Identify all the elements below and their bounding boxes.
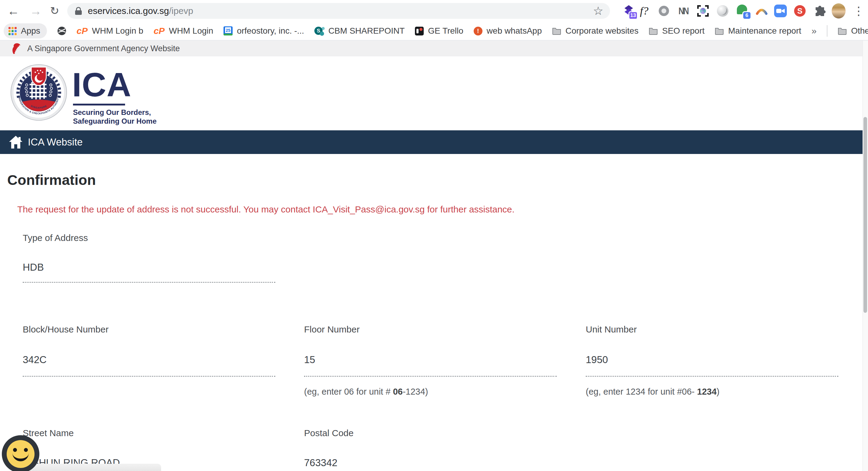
field-label: Postal Code — [304, 428, 353, 438]
extension-sphere-icon[interactable] — [716, 4, 730, 18]
extension-badge: 13 — [628, 11, 638, 20]
ica-wordmark-underline — [73, 104, 125, 106]
folder-icon — [715, 27, 724, 35]
folder-icon — [649, 27, 658, 35]
extension-fonts-icon[interactable]: f? — [637, 4, 651, 18]
folder-icon — [838, 27, 847, 35]
gov-banner-text: A Singapore Government Agency Website — [27, 44, 180, 53]
bookmark-cbm-sharepoint[interactable]: S CBM SHAREPOINT — [314, 26, 405, 36]
extension-ring-icon[interactable] — [657, 4, 671, 18]
bookmark-label: web whatsApp — [487, 26, 542, 36]
field-helper-text: (eg, enter 06 for unit # 06-1234) — [304, 387, 428, 397]
bookmark-label: WHM Login b — [92, 26, 144, 36]
browser-window: ← → ↻ eservices.ica.gov.sg/ipevp ☆ 13 f?… — [0, 0, 868, 471]
apps-button[interactable]: Apps — [4, 23, 47, 38]
bookmark-whm-login[interactable]: cP WHM Login — [154, 26, 213, 36]
bookmark-orfeostory[interactable]: 25 orfeostory, inc. -... — [223, 26, 304, 36]
profile-avatar[interactable] — [832, 4, 845, 18]
field-unit-number: Unit Number 1950 (eg, enter 1234 for uni… — [586, 324, 838, 394]
extension-boomerang-icon[interactable] — [755, 4, 769, 18]
field-label: Block/House Number — [23, 324, 108, 334]
ica-tagline-line2: Safeguarding Our Home — [73, 117, 157, 125]
bookmarks-bar: Apps cP WHM Login b cP WHM Login 25 orfe… — [0, 22, 868, 40]
bookmark-ge-trello[interactable]: GE Trello — [415, 26, 463, 36]
url-text: eservices.ica.gov.sg/ipevp — [88, 6, 193, 16]
cpanel-icon: cP — [76, 26, 88, 36]
other-bookmarks-button[interactable]: Other Bookmarks — [838, 26, 868, 36]
bookmark-label: Corporate websites — [565, 26, 639, 36]
cpanel-icon: cP — [154, 26, 165, 36]
bookmark-label: Other Bookmarks — [851, 26, 868, 36]
extension-zoom-icon[interactable] — [774, 4, 787, 18]
bookmark-star-icon[interactable]: ☆ — [593, 4, 603, 18]
field-underline — [586, 376, 838, 377]
bookmark-label: Maintenance report — [728, 26, 801, 36]
folder-icon — [552, 27, 561, 35]
forward-button[interactable]: → — [27, 0, 44, 22]
extension-screenshot-icon[interactable] — [696, 4, 710, 18]
bookmark-label: WHM Login — [169, 26, 213, 36]
bookmark-folder-corporate-websites[interactable]: Corporate websites — [552, 26, 639, 36]
bookmark-folder-seo-report[interactable]: SEO report — [649, 26, 705, 36]
browser-toolbar: ← → ↻ eservices.ica.gov.sg/ipevp ☆ 13 f?… — [0, 0, 868, 22]
field-underline — [23, 282, 275, 283]
globe-icon — [57, 26, 66, 35]
address-bar[interactable]: eservices.ica.gov.sg/ipevp ☆ — [67, 3, 610, 19]
ica-seal-logo: IMMIGRATION & CHECKPOINTS AUTHORITY SING… — [10, 64, 67, 121]
extension-chat-icon[interactable]: 6 — [735, 4, 749, 18]
field-value: HDB — [23, 262, 44, 273]
apps-grid-icon — [8, 27, 17, 35]
chat-widget-button[interactable] — [2, 435, 39, 471]
calendar-icon: 25 — [223, 26, 232, 35]
field-label: Unit Number — [586, 324, 637, 334]
field-label: Type of Address — [23, 233, 88, 243]
field-postal-code: Postal Code 763342 — [304, 428, 557, 471]
url-host: eservices.ica.gov.sg — [88, 6, 169, 16]
field-type-of-address: Type of Address HDB — [23, 233, 275, 287]
bookmarks-overflow-chevron[interactable]: » — [812, 26, 817, 36]
field-floor-number: Floor Number 15 (eg, enter 06 for unit #… — [304, 324, 557, 394]
extension-nn-icon[interactable]: NN — [678, 4, 689, 18]
field-label: Street Name — [23, 428, 73, 438]
bookmark-label: CBM SHAREPOINT — [328, 26, 405, 36]
browser-menu-button[interactable]: ⋮ — [851, 4, 866, 18]
field-value: 342C — [23, 354, 46, 365]
scrollbar-thumb[interactable] — [864, 117, 867, 313]
page-title: Confirmation — [7, 172, 96, 188]
bookmarks-divider — [827, 25, 828, 37]
field-value: 1950 — [586, 354, 608, 365]
smiley-face-icon — [7, 440, 34, 468]
lion-head-icon — [11, 42, 22, 55]
field-underline — [23, 376, 275, 377]
field-label: Floor Number — [304, 324, 360, 334]
apps-label: Apps — [21, 26, 40, 36]
error-message: The request for the update of address is… — [17, 204, 515, 214]
boomerang-icon — [755, 4, 768, 17]
field-underline — [304, 376, 557, 377]
extension-s-icon[interactable]: S — [793, 4, 807, 18]
bookmark-globe[interactable] — [57, 26, 66, 35]
field-block-house-number: Block/House Number 342C — [23, 324, 275, 394]
bookmark-folder-maintenance-report[interactable]: Maintenance report — [715, 26, 801, 36]
puzzle-icon — [814, 5, 826, 17]
back-button[interactable]: ← — [5, 0, 22, 22]
lock-icon — [75, 7, 82, 15]
bookmark-label: SEO report — [662, 26, 705, 36]
extension-tabs-icon[interactable]: 13 — [621, 4, 636, 18]
ica-tagline-line1: Securing Our Borders, — [73, 108, 157, 117]
home-icon[interactable] — [8, 135, 23, 149]
ica-tagline: Securing Our Borders, Safeguarding Our H… — [73, 108, 157, 125]
bookmark-label: orfeostory, inc. -... — [237, 26, 304, 36]
ica-website-navbar: ICA Website — [0, 130, 863, 154]
bookmark-whm-login-b[interactable]: cP WHM Login b — [76, 26, 143, 36]
extensions-puzzle-icon[interactable] — [813, 4, 827, 18]
bookmark-web-whatsapp[interactable]: ! web whatsApp — [474, 26, 542, 36]
ica-website-link[interactable]: ICA Website — [28, 137, 83, 148]
trello-icon — [415, 27, 424, 35]
ica-wordmark: ICA — [72, 68, 131, 102]
field-value: 15 — [304, 354, 315, 365]
gov-agency-banner: A Singapore Government Agency Website — [0, 40, 863, 56]
exclamation-icon: ! — [474, 27, 483, 35]
bookmark-label: GE Trello — [428, 26, 463, 36]
reload-button[interactable]: ↻ — [46, 0, 63, 22]
